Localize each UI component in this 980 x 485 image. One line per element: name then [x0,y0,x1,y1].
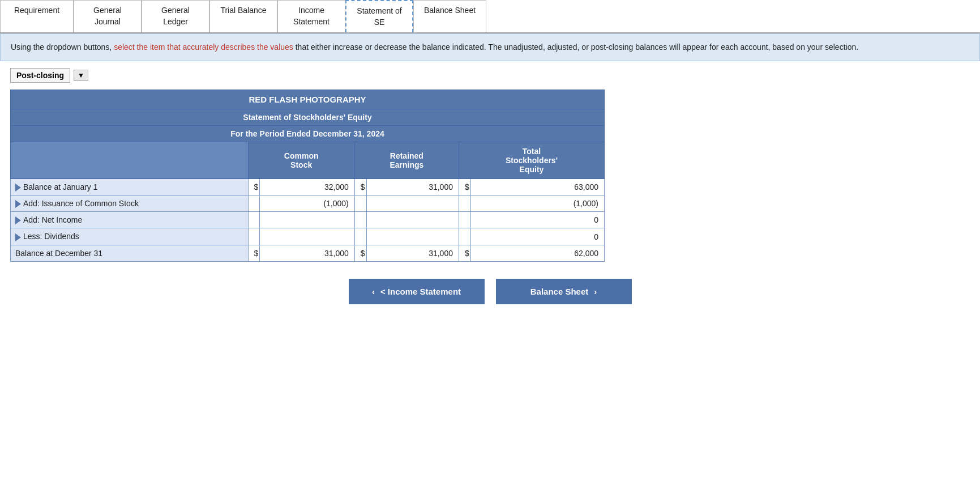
prev-button-label: < Income Statement [380,287,461,296]
te-value-3: 0 [470,212,604,228]
row-label: Add: Issuance of Common Stock [11,195,249,211]
statement-title: Statement of Stockholders' Equity [11,109,605,125]
cs-sign-5: $ [248,245,260,261]
cs-value-4 [260,228,354,245]
tab-trial-balance[interactable]: Trial Balance [209,0,277,32]
row-label: Less: Dividends [11,228,249,245]
tab-general-ledger[interactable]: GeneralLedger [142,0,209,32]
te-value-1: 63,000 [470,178,604,195]
cs-value-5: 31,000 [260,245,354,261]
re-sign-3 [354,212,366,228]
te-value-4: 0 [470,228,604,245]
re-value-1: 31,000 [366,178,459,195]
instruction-suffix: that either increase or decrease the bal… [293,42,858,52]
cs-sign-3 [248,212,260,228]
statement-period: For the Period Ended December 31, 2024 [11,125,605,142]
re-sign-5: $ [354,245,366,261]
tab-balance-sheet[interactable]: Balance Sheet [413,0,486,32]
te-sign-2 [459,195,470,211]
company-name-row: RED FLASH PHOTOGRAPHY [11,90,605,109]
row-indicator [15,233,21,241]
row-label: Balance at January 1 [11,178,249,195]
re-sign-2 [354,195,366,211]
instruction-box: Using the dropdown buttons, select the i… [0,33,980,61]
cs-value-2: (1,000) [260,195,354,211]
statement-table-container: RED FLASH PHOTOGRAPHY Statement of Stock… [10,90,605,262]
table-row: Less: Dividends 0 [11,228,605,245]
te-sign-1: $ [459,178,470,195]
instruction-highlight: select the item that accurately describe… [114,42,293,52]
prev-button[interactable]: ‹ < Income Statement [349,279,485,304]
row-indicator [15,200,21,208]
cs-value-3 [260,212,354,228]
post-closing-dropdown[interactable]: Post-closing [10,68,70,83]
cs-sign-4 [248,228,260,245]
tab-income-statement[interactable]: IncomeStatement [277,0,345,32]
row-indicator [15,184,21,192]
table-row: Add: Net Income 0 [11,212,605,228]
col-common-stock: CommonStock [248,142,354,178]
statement-of-se-table: RED FLASH PHOTOGRAPHY Statement of Stock… [10,90,605,262]
row-label: Add: Net Income [11,212,249,228]
next-button[interactable]: Balance Sheet › [496,279,632,304]
re-value-3 [366,212,459,228]
bottom-nav: ‹ < Income Statement Balance Sheet › [0,279,980,304]
cs-value-1: 32,000 [260,178,354,195]
re-value-5: 31,000 [366,245,459,261]
table-row: Balance at December 31 $ 31,000 $ 31,000… [11,245,605,261]
cs-sign-2 [248,195,260,211]
statement-body: Balance at January 1 $ 32,000 $ 31,000 $… [11,178,605,261]
col-description [11,142,249,178]
statement-title-row: Statement of Stockholders' Equity [11,109,605,125]
cs-sign-1: $ [248,178,260,195]
tab-statement-of-se[interactable]: Statement ofSE [345,0,413,32]
re-sign-4 [354,228,366,245]
re-value-2 [366,195,459,211]
row-indicator [15,216,21,224]
dropdown-area: Post-closing ▼ [0,61,980,90]
col-total-equity: TotalStockholders'Equity [459,142,604,178]
dropdown-label: Post-closing [16,71,64,80]
next-arrow-icon: › [594,287,597,296]
tab-bar: Requirement GeneralJournal GeneralLedger… [0,0,980,33]
column-header-row: CommonStock RetainedEarnings TotalStockh… [11,142,605,178]
te-value-2: (1,000) [470,195,604,211]
prev-arrow-icon: ‹ [372,287,375,296]
te-sign-4 [459,228,470,245]
re-sign-1: $ [354,178,366,195]
company-name: RED FLASH PHOTOGRAPHY [11,90,605,109]
table-row: Add: Issuance of Common Stock (1,000) (1… [11,195,605,211]
statement-period-row: For the Period Ended December 31, 2024 [11,125,605,142]
next-button-label: Balance Sheet [530,287,589,296]
te-value-5: 62,000 [470,245,604,261]
table-row: Balance at January 1 $ 32,000 $ 31,000 $… [11,178,605,195]
instruction-prefix: Using the dropdown buttons, [11,42,114,52]
re-value-4 [366,228,459,245]
col-retained-earnings: RetainedEarnings [354,142,459,178]
te-sign-3 [459,212,470,228]
dropdown-arrow-icon: ▼ [78,71,84,79]
te-sign-5: $ [459,245,470,261]
row-label: Balance at December 31 [11,245,249,261]
tab-general-journal[interactable]: GeneralJournal [74,0,142,32]
dropdown-arrow-button[interactable]: ▼ [74,70,88,81]
tab-requirement[interactable]: Requirement [0,0,74,32]
